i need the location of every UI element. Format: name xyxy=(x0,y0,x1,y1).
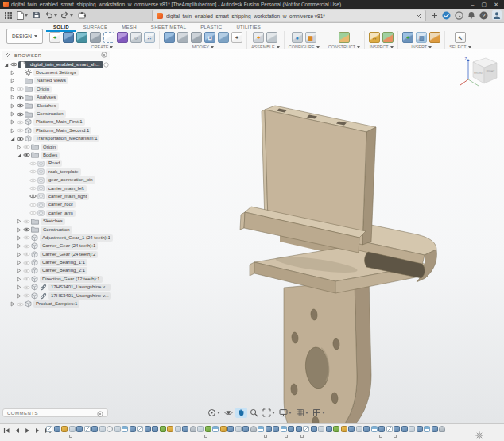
grid-snaps-tool[interactable] xyxy=(294,408,310,418)
browser-tree-item[interactable]: Platform_Main_First:1 xyxy=(2,118,110,126)
plane-offset-icon[interactable] xyxy=(339,32,350,43)
solid-feature-icon[interactable] xyxy=(266,426,272,432)
collapsed-arrow-icon[interactable] xyxy=(10,128,15,133)
solid-feature-icon[interactable] xyxy=(145,426,151,432)
browser-tree-item[interactable]: Origin xyxy=(2,85,110,93)
decal-icon[interactable]: ▨ xyxy=(416,32,427,43)
new-component-icon[interactable]: + xyxy=(253,32,264,43)
user-avatar[interactable] xyxy=(492,10,502,20)
browser-tree-item[interactable]: Sketches xyxy=(2,217,110,225)
timeline-group-handle[interactable] xyxy=(204,435,207,438)
modify-feature-icon[interactable] xyxy=(114,426,121,432)
solid-feature-icon[interactable] xyxy=(311,426,317,432)
sketch-feature-icon[interactable] xyxy=(386,426,393,432)
comments-bar[interactable]: COMMENTS xyxy=(2,408,108,417)
shell-icon[interactable]: ⊔ xyxy=(204,32,215,43)
browser-tree-item[interactable]: Construction xyxy=(2,226,110,234)
visibility-eye-off-icon[interactable] xyxy=(22,145,30,149)
move-icon[interactable]: + xyxy=(231,32,242,43)
collapsed-arrow-icon[interactable] xyxy=(10,95,15,100)
solid-feature-icon[interactable] xyxy=(288,426,294,432)
fit-tool[interactable] xyxy=(261,408,277,418)
browser-tree-item[interactable]: Carrier_Gear (24 teeth):2 xyxy=(2,250,110,258)
expanded-arrow-icon[interactable] xyxy=(4,62,9,68)
modify-feature-icon[interactable] xyxy=(356,426,362,432)
solid-feature-icon[interactable] xyxy=(432,426,438,432)
hole-icon[interactable]: ○ xyxy=(130,32,142,43)
collapsed-arrow-icon[interactable] xyxy=(17,293,21,299)
visibility-eye-off-icon[interactable] xyxy=(22,293,30,298)
solid-feature-icon[interactable] xyxy=(242,426,249,432)
collapsed-arrow-icon[interactable] xyxy=(17,145,21,150)
solid-feature-icon[interactable] xyxy=(54,426,60,432)
modify-feature-icon[interactable] xyxy=(197,426,204,432)
browser-tree-item[interactable]: 17HS3401_Usongshine v... xyxy=(2,292,110,300)
browser-tree-item[interactable]: Sketches xyxy=(2,102,110,110)
visibility-eye-off-icon[interactable] xyxy=(22,277,30,281)
collapsed-arrow-icon[interactable] xyxy=(10,70,15,75)
solid-feature-icon[interactable] xyxy=(348,426,355,432)
collapsed-arrow-icon[interactable] xyxy=(17,252,21,257)
collapsed-arrow-icon[interactable] xyxy=(10,111,15,117)
modify-feature-icon[interactable] xyxy=(318,426,324,432)
visibility-eye-off-icon[interactable] xyxy=(29,211,37,215)
modify-feature-icon[interactable] xyxy=(69,426,76,432)
to-start-button[interactable] xyxy=(3,427,10,434)
timeline-group-handle[interactable] xyxy=(379,435,382,438)
visibility-eye-off-icon[interactable] xyxy=(22,244,30,249)
sketch-feature-icon[interactable] xyxy=(303,426,309,432)
project-icon[interactable] xyxy=(103,32,114,43)
browser-tree-item[interactable]: Road xyxy=(2,160,110,168)
viewports-tool[interactable] xyxy=(311,408,327,418)
visibility-eye-icon[interactable] xyxy=(16,103,24,108)
browser-tree-item[interactable]: Bodies xyxy=(2,151,110,159)
collapsed-arrow-icon[interactable] xyxy=(10,301,15,307)
collapsed-arrow-icon[interactable] xyxy=(17,235,21,241)
solid-feature-icon[interactable] xyxy=(182,426,188,432)
expand-comments-icon[interactable] xyxy=(97,406,103,420)
sketch-feature-icon[interactable] xyxy=(137,426,143,432)
visibility-eye-off-icon[interactable] xyxy=(29,161,37,166)
timeline-group-handle[interactable] xyxy=(300,435,304,438)
visibility-eye-icon[interactable] xyxy=(22,153,30,157)
plane-feature-icon[interactable] xyxy=(122,426,128,432)
timeline-group-handle[interactable] xyxy=(285,435,288,438)
display-filter-icon[interactable] xyxy=(101,52,107,59)
joint-feature-icon[interactable] xyxy=(205,426,211,432)
pattern-feature-icon[interactable] xyxy=(220,426,227,432)
browser-tree-item[interactable]: carrier_roof xyxy=(2,201,110,209)
sketch-feature-icon[interactable] xyxy=(46,426,52,432)
chamfer-icon[interactable] xyxy=(191,32,202,43)
insert-mesh-icon[interactable] xyxy=(429,32,440,43)
pattern-icon[interactable]: ∷ xyxy=(144,32,155,43)
create-sketch-icon[interactable]: + xyxy=(49,32,60,43)
solid-feature-icon[interactable] xyxy=(378,426,385,432)
solid-feature-icon[interactable] xyxy=(363,426,370,432)
browser-tree-item[interactable]: Transportation_Mechanism:1 xyxy=(2,135,110,143)
visibility-eye-off-icon[interactable] xyxy=(22,261,30,265)
sync-status-icon[interactable] xyxy=(442,11,451,20)
browser-tree-item[interactable]: Carrier_Bearing_2:1 xyxy=(2,267,110,275)
solid-feature-icon[interactable] xyxy=(394,426,400,432)
visibility-eye-off-icon[interactable] xyxy=(29,178,37,183)
browser-tree-item[interactable]: digital_twin_enabled_smart_sh... xyxy=(2,60,110,68)
collapsed-arrow-icon[interactable] xyxy=(10,103,15,109)
measure-icon[interactable]: ↔ xyxy=(369,32,380,43)
visibility-eye-off-icon[interactable] xyxy=(29,169,37,174)
collapsed-arrow-icon[interactable] xyxy=(10,119,15,125)
browser-tree-item[interactable]: rack_template xyxy=(2,168,110,176)
pattern-feature-icon[interactable] xyxy=(341,426,347,432)
browser-tree-item[interactable]: carrier_arm xyxy=(2,209,110,217)
document-tab-close-icon[interactable] xyxy=(416,14,421,19)
view-cube[interactable]: FRONT RIGHT Z xyxy=(456,51,502,95)
collapse-panel-icon[interactable] xyxy=(5,52,11,59)
fillet-icon[interactable] xyxy=(177,32,188,43)
modify-feature-icon[interactable] xyxy=(409,426,415,432)
visibility-eye-off-icon[interactable] xyxy=(22,252,30,257)
browser-tree-item[interactable]: Product_Samples:1 xyxy=(2,300,110,308)
new-tab-icon[interactable] xyxy=(431,12,438,19)
joint-feature-icon[interactable] xyxy=(333,426,339,432)
pan-tool[interactable] xyxy=(235,408,247,418)
browser-tree-item[interactable]: Construction xyxy=(2,110,110,118)
modify-feature-icon[interactable] xyxy=(175,426,181,432)
